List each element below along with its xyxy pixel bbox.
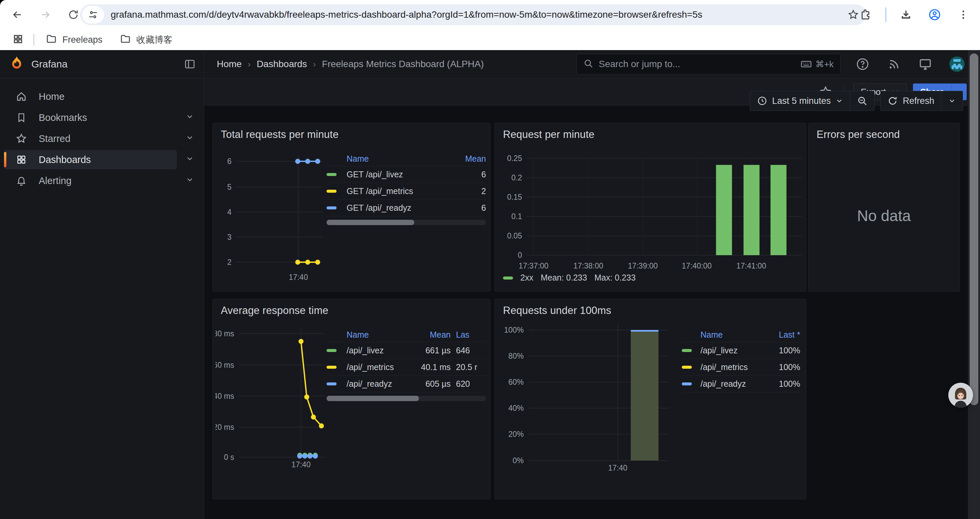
refresh-button[interactable]: Refresh	[881, 91, 941, 110]
series-color-pill	[326, 173, 337, 176]
zoom-out-button[interactable]	[850, 91, 874, 110]
legend-row[interactable]: GET /api/_livez6	[326, 166, 486, 183]
series-name[interactable]: GET /api/_readyz	[347, 203, 446, 213]
news-rss-icon[interactable]	[886, 57, 901, 72]
panel-total-requests[interactable]: Total requests per minute 6543217:40 Nam…	[213, 123, 490, 292]
svg-text:40%: 40%	[508, 404, 524, 412]
header-icons	[855, 56, 965, 72]
chart-total-requests: 6543217:40	[215, 142, 329, 294]
series-color-pill	[682, 382, 692, 385]
chart-canvas[interactable]: 80 ms60 ms40 ms20 ms0 s17:40	[215, 318, 331, 495]
legend-column-header[interactable]: Mean	[409, 330, 451, 340]
series-name[interactable]: /api/_livez	[347, 346, 409, 355]
browser-actions	[856, 0, 980, 29]
sidebar-collapse-icon[interactable]	[181, 56, 199, 73]
legend-row[interactable]: /api/_metrics100%	[682, 359, 800, 376]
series-name[interactable]: GET /api/_livez	[347, 170, 446, 179]
series-name[interactable]: /api/_metrics	[347, 363, 409, 372]
sidebar-item-home[interactable]: Home	[4, 87, 200, 106]
series-name[interactable]: 2xx	[520, 273, 533, 283]
sidebar-item-alerting[interactable]: Alerting	[4, 171, 200, 190]
chevron-down-icon[interactable]	[185, 154, 194, 165]
url-text[interactable]: grafana.mathmast.com/d/deytv4rwavabkb/fr…	[111, 10, 843, 20]
legend-row[interactable]: GET /api/_metrics2	[326, 183, 486, 200]
legend-column-header[interactable]: Mean	[446, 154, 486, 164]
legend-row[interactable]: /api/_readyz100%	[682, 376, 800, 393]
series-name[interactable]: /api/_livez	[700, 346, 767, 355]
series-name[interactable]: /api/_readyz	[347, 379, 409, 389]
panel-requests-under-100ms[interactable]: Requests under 100ms 100%80%60%40%20%0%1…	[495, 299, 806, 499]
legend-column-header[interactable]: Las	[451, 330, 486, 340]
legend-scrollbar[interactable]	[326, 396, 486, 401]
panel-title[interactable]: Requests under 100ms	[503, 305, 611, 316]
page-scrollbar-thumb[interactable]	[970, 53, 978, 405]
legend-header-row: NameLast *	[682, 327, 800, 342]
svg-text:4: 4	[227, 208, 231, 216]
keyboard-icon	[800, 58, 812, 70]
url-bar[interactable]: grafana.mathmast.com/d/deytv4rwavabkb/fr…	[80, 4, 866, 25]
site-settings-icon[interactable]	[82, 6, 104, 23]
series-name[interactable]: /api/_metrics	[700, 363, 767, 372]
legend-row[interactable]: /api/_livez100%	[682, 342, 800, 359]
legend-column-header[interactable]: Name	[700, 330, 767, 340]
legend-row[interactable]: /api/_livez661 µs646	[326, 342, 486, 359]
legend-row[interactable]: /api/_metrics40.1 ms20.5 r	[326, 359, 486, 376]
panel-title[interactable]: Average response time	[221, 305, 328, 316]
chart-canvas[interactable]: 0.250.20.150.10.05017:37:0017:38:0017:39…	[495, 140, 807, 280]
legend-row[interactable]: /api/_readyz605 µs620	[326, 376, 486, 393]
chevron-down-icon[interactable]	[185, 112, 194, 123]
series-value: 40.1 ms	[409, 363, 451, 372]
time-range-picker[interactable]: Last 5 minutes	[750, 91, 850, 110]
extensions-icon[interactable]	[856, 5, 875, 24]
profile-icon[interactable]	[925, 5, 944, 24]
assistant-avatar[interactable]	[948, 383, 973, 407]
svg-text:60 ms: 60 ms	[215, 361, 234, 369]
legend-column-header[interactable]: Last *	[767, 330, 800, 340]
panel-errors-per-second[interactable]: Errors per second No data	[808, 123, 960, 292]
refresh-interval-button[interactable]	[941, 91, 963, 110]
svg-text:17:37:00: 17:37:00	[519, 262, 549, 270]
grafana-logo[interactable]	[9, 56, 25, 73]
legend-row[interactable]: GET /api/_readyz6	[326, 200, 486, 216]
series-name[interactable]: GET /api/_metrics	[347, 186, 446, 196]
svg-text:17:40: 17:40	[608, 463, 627, 472]
search-icon	[584, 58, 593, 70]
sidebar-item-bookmarks[interactable]: Bookmarks	[4, 108, 200, 127]
search-input[interactable]: Search or jump to... ⌘+k	[576, 54, 841, 75]
back-button[interactable]	[8, 5, 27, 24]
legend-table: NameLast */api/_livez100%/api/_metrics10…	[682, 327, 800, 393]
breadcrumb-item-1[interactable]: Dashboards	[256, 59, 307, 69]
legend-column-header[interactable]: Name	[347, 154, 446, 164]
downloads-icon[interactable]	[897, 5, 915, 24]
svg-text:0.15: 0.15	[507, 193, 522, 201]
legend-column-header[interactable]: Name	[347, 330, 409, 340]
svg-text:17:39:00: 17:39:00	[628, 262, 658, 270]
monitor-icon[interactable]	[918, 57, 932, 72]
sidebar-item-dashboards[interactable]: Dashboards	[4, 150, 177, 169]
svg-text:0.25: 0.25	[507, 154, 522, 163]
user-avatar[interactable]	[949, 56, 965, 72]
help-icon[interactable]	[855, 57, 870, 72]
panel-title[interactable]: Request per minute	[503, 129, 594, 141]
panel-average-response-time[interactable]: Average response time 80 ms60 ms40 ms20 …	[213, 299, 490, 499]
menu-kebab-icon[interactable]	[954, 5, 973, 24]
panel-title[interactable]: Errors per second	[816, 129, 900, 141]
browser-toolbar: grafana.mathmast.com/d/deytv4rwavabkb/fr…	[0, 0, 980, 29]
chevron-down-icon[interactable]	[185, 175, 194, 186]
browser-window: grafana.mathmast.com/d/deytv4rwavabkb/fr…	[0, 0, 980, 519]
legend-inline[interactable]: 2xxMean: 0.233Max: 0.233	[503, 273, 636, 283]
apps-icon	[15, 154, 28, 165]
series-name[interactable]: /api/_readyz	[700, 379, 767, 389]
panel-request-per-minute[interactable]: Request per minute 0.250.20.150.10.05017…	[495, 123, 806, 292]
bookmark-folder-0[interactable]: Freeleaps	[46, 33, 102, 47]
forward-button[interactable]	[36, 5, 55, 24]
sidebar-item-starred[interactable]: Starred	[4, 129, 200, 148]
breadcrumb-item-0[interactable]: Home	[217, 59, 242, 69]
sidebar-item-label: Home	[39, 91, 64, 102]
legend-scrollbar[interactable]	[326, 220, 486, 225]
panel-title[interactable]: Total requests per minute	[221, 129, 339, 141]
chevron-down-icon[interactable]	[185, 133, 194, 144]
chart-canvas[interactable]: 6543217:40	[215, 142, 329, 292]
apps-grid-icon[interactable]	[13, 34, 23, 46]
bookmark-folder-1[interactable]: 收藏博客	[120, 33, 172, 47]
